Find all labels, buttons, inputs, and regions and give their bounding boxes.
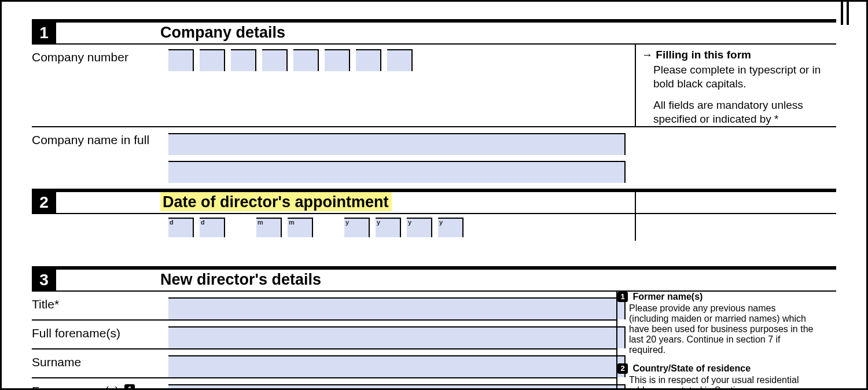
aside-title: Country/State of residence <box>632 363 751 373</box>
field-company-name <box>168 127 626 183</box>
aside-paragraph: Please provide any previous names (inclu… <box>617 303 816 355</box>
char-box[interactable] <box>168 49 194 71</box>
arrow-icon: → <box>642 49 653 61</box>
text-input-line[interactable] <box>168 297 626 319</box>
section-3-header: 3 New director's details <box>32 266 836 290</box>
date-box-year[interactable]: y <box>376 218 401 237</box>
text-input-line[interactable] <box>168 326 626 348</box>
section-number: 3 <box>32 270 56 290</box>
text-input-line[interactable] <box>168 384 626 390</box>
aside-filling-form: → Filling in this form Please complete i… <box>635 45 826 126</box>
date-boxes: d d m m y y y y <box>168 218 626 237</box>
form-body: 1 Company details Company number → <box>32 19 836 390</box>
footnote-bullet-icon: 1 <box>617 292 628 302</box>
char-box[interactable] <box>231 49 256 71</box>
char-box[interactable] <box>293 49 319 71</box>
company-number-boxes <box>168 49 626 71</box>
label-company-number: Company number <box>32 45 159 71</box>
char-box[interactable] <box>200 49 225 71</box>
footnote-bullet-icon: 2 <box>617 363 628 374</box>
date-hint: m <box>289 219 295 226</box>
date-hint: y <box>345 219 349 226</box>
date-box-day[interactable]: d <box>200 218 225 237</box>
char-box[interactable] <box>356 49 381 71</box>
label-title: Title* <box>32 292 159 319</box>
aside-section-3: 1 Former name(s) Please provide any prev… <box>616 292 816 390</box>
date-hint: y <box>377 219 380 226</box>
label-forenames: Full forename(s) <box>32 321 159 348</box>
text-input-line[interactable] <box>168 133 626 155</box>
row-company-name: Company name in full <box>32 126 836 183</box>
aside-empty <box>635 192 826 241</box>
date-hint: y <box>439 219 443 226</box>
footnote-ref-icon: 1 <box>124 384 135 390</box>
date-hint: y <box>408 219 411 226</box>
char-box[interactable] <box>325 49 350 71</box>
section-title: Company details <box>160 23 285 42</box>
form-page: 1 Company details Company number → <box>0 0 868 390</box>
aside-paragraph: This is in respect of your usual residen… <box>617 375 816 390</box>
scan-edge-mark <box>841 2 843 25</box>
section-title: New director's details <box>160 270 321 289</box>
row-company-number: Company number → Filling in this form Pl… <box>32 43 836 126</box>
label-company-name: Company name in full <box>32 127 159 183</box>
date-hint: d <box>201 219 205 226</box>
scan-edge-mark <box>847 2 849 25</box>
section-1-header: 1 Company details <box>32 19 836 43</box>
row-surname: Surname <box>32 348 616 377</box>
date-box-day[interactable]: d <box>168 218 194 237</box>
section-number: 2 <box>32 192 56 213</box>
aside-paragraph: All fields are mandatory unless specifie… <box>642 98 826 126</box>
date-hint: m <box>258 219 263 226</box>
row-former-names: Former name(s) 1 <box>32 377 616 390</box>
char-box[interactable] <box>262 49 288 71</box>
date-box-year[interactable]: y <box>344 218 370 237</box>
date-hint: d <box>170 219 174 226</box>
label-text: Former name(s) <box>32 384 119 390</box>
label-former-names: Former name(s) 1 <box>32 378 159 390</box>
section-number: 1 <box>32 23 56 43</box>
label-empty <box>32 214 159 263</box>
text-input-line[interactable] <box>168 355 626 377</box>
row-title: Title* <box>32 292 616 319</box>
field-appointment-date: d d m m y y y y <box>168 214 626 263</box>
row-appointment-date: d d m m y y y y <box>32 213 836 263</box>
label-surname: Surname <box>32 349 159 377</box>
aside-note-1: 1 Former name(s) Please provide any prev… <box>617 292 816 355</box>
char-box[interactable] <box>387 49 413 71</box>
aside-title: Former name(s) <box>632 292 703 301</box>
section-3-body: Title* Full forename(s) Surname Former n… <box>32 290 836 390</box>
date-box-month[interactable]: m <box>288 218 313 237</box>
aside-note-2: 2 Country/State of residence This is in … <box>617 363 816 390</box>
aside-title: Filling in this form <box>656 49 751 61</box>
field-company-number <box>168 45 626 71</box>
text-input-line[interactable] <box>168 161 626 183</box>
section-title-highlight: Date of director's appointment <box>160 192 392 211</box>
date-box-month[interactable]: m <box>256 218 282 237</box>
aside-paragraph: Please complete in typescript or in bold… <box>642 63 826 91</box>
row-forenames: Full forename(s) <box>32 319 616 348</box>
date-box-year[interactable]: y <box>438 218 464 237</box>
date-box-year[interactable]: y <box>407 218 432 237</box>
